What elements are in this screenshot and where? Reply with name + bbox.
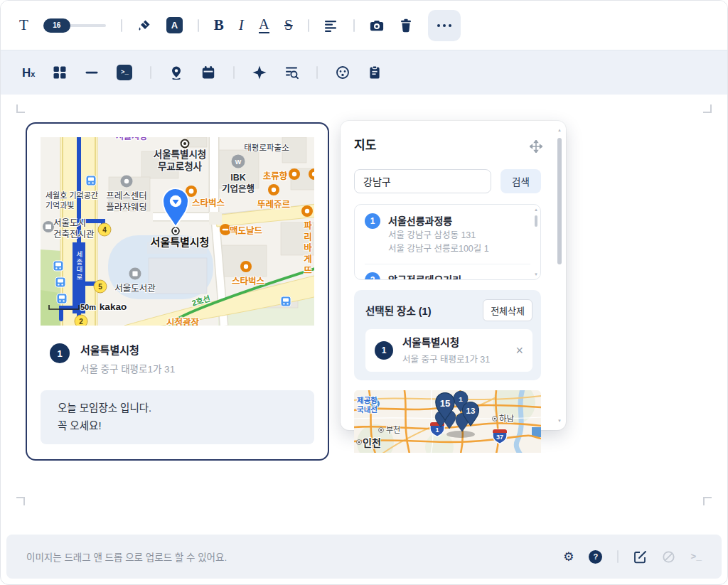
divider [121,19,122,32]
font-size-slider[interactable]: 16 [43,18,106,33]
move-handle-icon[interactable] [530,140,542,153]
selected-place-card[interactable]: 1 서울특별시청 서울 중구 태평로1가 31 × [365,329,532,372]
minimap-label: 인천 [363,437,381,450]
align-left-icon[interactable] [324,18,338,33]
strikethrough-button[interactable]: S [284,18,293,33]
result-number-badge: 2 [365,272,380,280]
map-label: 뚜레쥬르 [257,200,290,211]
status-message: 이미지는 드래그 앤 드롭 으로 업로드 할 수 있어요. [26,549,227,564]
clipboard-icon[interactable] [368,65,382,80]
trash-icon[interactable] [399,18,413,33]
map-label: 초류향 [263,171,288,183]
emoji-icon[interactable] [336,65,350,80]
heading-h: H [22,66,31,80]
minimap-label: 하남 [499,414,514,424]
search-input[interactable] [354,169,491,193]
place-number-badge: 1 [50,343,70,363]
scroll-up-icon[interactable]: ▲ [557,128,562,132]
canvas-corner-mark [16,497,25,505]
map-label: 서울특별시청 [151,236,210,249]
selected-place-address: 서울 중구 태평로1가 31 [402,352,490,365]
blocks-grid-icon[interactable] [53,65,67,80]
search-result-item[interactable]: 2 압구정로데오거리 [365,264,530,280]
map-label: kakao [100,301,127,313]
map-label: 세종대로 [75,251,83,281]
slider-track[interactable] [65,24,106,27]
editor-canvas[interactable]: W [1,95,727,529]
heading-button[interactable]: Hx [22,67,35,79]
calendar-icon[interactable] [201,65,215,80]
panel-scrollbar-thumb[interactable] [557,138,562,264]
status-bar: 이미지는 드래그 앤 드롭 으로 업로드 할 수 있어요. ⚙ ? >_ [6,535,722,579]
divider [353,19,355,32]
editor-window: T 16 A B I A S [0,0,728,585]
selected-place-name: 서울특별시청 [402,336,490,350]
highlight-bucket-icon[interactable] [137,18,151,33]
scroll-down-icon[interactable]: ▼ [557,419,562,423]
minimap-label: 부천 [386,426,400,436]
font-color-icon[interactable]: A [166,17,183,33]
italic-button[interactable]: I [239,18,244,33]
place-list-item: 1 서울특별시청 서울 중구 태평로1가 31 [50,343,311,375]
more-options-button[interactable] [428,10,461,41]
map-label: 스타벅스 [232,277,264,288]
selected-places-section: 선택된 장소 (1) 전체삭제 1 서울특별시청 서울 중구 태평로1가 31 … [354,290,541,380]
kakao-map[interactable]: W [41,137,314,326]
format-toolbar: T 16 A B I A S [1,1,727,50]
search-result-item[interactable]: 1 서울선릉과정릉 서울 강남구 삼성동 131 서울 강남구 선릉로100길 … [365,213,530,256]
svg-text:4: 4 [102,226,107,234]
canvas-corner-mark [703,497,712,505]
code-block-icon[interactable]: >_ [117,65,132,80]
console-prompt-icon[interactable]: >_ [690,552,702,562]
remove-place-icon[interactable]: × [515,344,523,357]
spellcheck-disabled-icon[interactable] [662,550,675,564]
map-label: 세월호 기억공간 기억과빛 [46,191,98,211]
map-pin-icon[interactable] [169,65,183,80]
map-label: 50m [80,303,96,313]
svg-text:1: 1 [459,395,463,403]
sparkle-icon[interactable] [252,65,267,80]
map-label: 태평로파출소 [244,143,289,153]
results-scrollbar-thumb[interactable] [535,215,537,227]
panel-scrollbar[interactable]: ▲ ▼ [557,128,562,423]
horizontal-rule-icon[interactable] [85,65,99,80]
place-name: 서울특별시청 [80,343,175,358]
svg-text:5: 5 [98,283,102,291]
search-results-list[interactable]: 1 서울선릉과정릉 서울 강남구 삼성동 131 서울 강남구 선릉로100길 … [354,204,541,280]
search-results: 1 서울선릉과정릉 서울 강남구 삼성동 131 서울 강남구 선릉로100길 … [365,213,530,280]
svg-text:37: 37 [496,434,503,441]
camera-icon[interactable] [370,18,384,33]
overview-minimap[interactable]: 1 37 1 [354,390,541,453]
map-label: 파리바게뜨 [304,221,312,277]
map-label: IBK 기업은행 [222,173,255,195]
divider [316,66,318,79]
widget-title: 지도 [354,135,541,153]
help-icon[interactable]: ? [589,550,602,564]
bus-stop-badge: 4 [98,223,111,236]
divider [308,19,309,32]
insert-toolbar: Hx >_ [1,50,727,95]
results-scrollbar[interactable]: ▲ ▼ [534,208,538,277]
edit-note-icon[interactable] [633,550,647,564]
text-tool-icon[interactable]: T [19,18,28,33]
map-label: 서울도시 건축전시관 [53,218,95,240]
map-label: 시청광장 [166,318,199,326]
search-button[interactable]: 검색 [500,169,541,193]
place-note[interactable]: 오늘 모임장소 입니다. 꼭 오세요! [41,390,314,444]
map-label: 맥도날드 [230,226,262,237]
scroll-up-icon[interactable]: ▲ [534,208,538,212]
bold-button[interactable]: B [214,18,224,33]
svg-text:13: 13 [466,407,476,415]
underline-button[interactable]: A [259,17,269,33]
svg-text:2: 2 [79,318,83,326]
font-size-value[interactable]: 16 [43,18,70,33]
search-list-icon[interactable] [284,65,299,80]
result-name: 압구정로데오거리 [388,272,461,280]
settings-gear-icon[interactable]: ⚙ [563,551,574,563]
svg-text:W: W [235,159,242,166]
heading-x: x [31,70,35,78]
clear-all-button[interactable]: 전체삭제 [483,299,532,321]
scroll-down-icon[interactable]: ▼ [534,272,538,277]
map-block-card[interactable]: W [26,122,329,461]
map-label: 스타벅스 [192,198,225,210]
